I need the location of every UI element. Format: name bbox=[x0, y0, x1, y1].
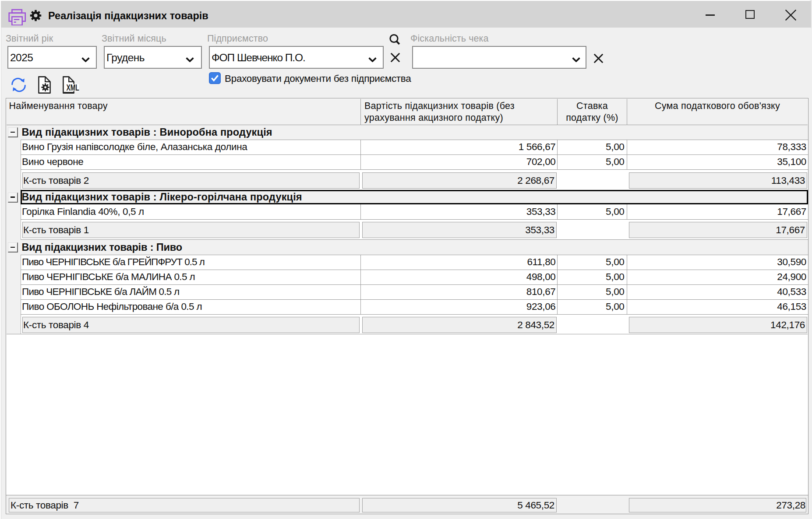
svg-text:XML: XML bbox=[66, 83, 79, 93]
